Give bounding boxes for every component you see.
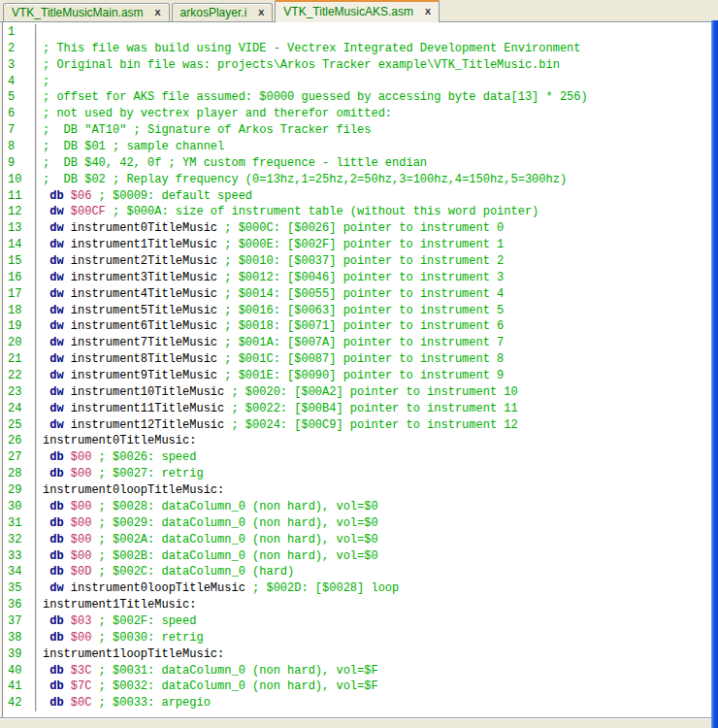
code-line[interactable]: 30 db $00 ; $0028: dataColumn_0 (non har… bbox=[3, 499, 711, 515]
code-text[interactable]: ; DB $01 ; sample channel bbox=[36, 139, 224, 155]
code-line[interactable]: 6; not used by vectrex player and theref… bbox=[3, 106, 711, 122]
code-text[interactable]: db $00 ; $0030: retrig bbox=[36, 630, 204, 646]
code-line[interactable]: 7; DB "AT10" ; Signature of Arkos Tracke… bbox=[3, 122, 711, 139]
code-text[interactable]: dw instrument0TitleMusic ; $000C: [$0026… bbox=[36, 220, 504, 237]
code-text[interactable]: dw instrument11TitleMusic ; $0022: [$00B… bbox=[36, 401, 518, 417]
code-text[interactable]: db $00 ; $0028: dataColumn_0 (non hard),… bbox=[36, 499, 378, 515]
code-line[interactable]: 34 db $0D ; $002C: dataColumn_0 (hard) bbox=[3, 564, 711, 580]
code-text[interactable]: dw instrument3TitleMusic ; $0012: [$0046… bbox=[36, 270, 504, 286]
tab-arkosplayer-i[interactable]: arkosPlayer.iX bbox=[172, 3, 274, 21]
code-line[interactable]: 2; This file was build using VIDE - Vect… bbox=[3, 41, 711, 57]
code-line[interactable]: 9; DB $40, 42, 0f ; YM custom frequence … bbox=[3, 155, 711, 172]
code-line[interactable]: 12 dw $00CF ; $000A: size of instrument … bbox=[3, 204, 711, 220]
comment-token: ; $002A: dataColumn_0 (non hard), vol=$0 bbox=[91, 533, 377, 546]
code-line[interactable]: 4; bbox=[3, 74, 711, 90]
code-line[interactable]: 13 dw instrument0TitleMusic ; $000C: [$0… bbox=[3, 220, 711, 237]
code-line[interactable]: 40 db $3C ; $0031: dataColumn_0 (non har… bbox=[3, 663, 711, 679]
code-text[interactable]: ; This file was build using VIDE - Vectr… bbox=[36, 41, 581, 57]
code-line[interactable]: 33 db $00 ; $002B: dataColumn_0 (non har… bbox=[3, 548, 711, 565]
code-text[interactable]: db $00 ; $002A: dataColumn_0 (non hard),… bbox=[36, 532, 378, 548]
code-text[interactable]: db $06 ; $0009: default speed bbox=[36, 188, 252, 205]
code-line[interactable]: 16 dw instrument3TitleMusic ; $0012: [$0… bbox=[3, 270, 711, 286]
code-line[interactable]: 25 dw instrument12TitleMusic ; $0024: [$… bbox=[3, 417, 711, 434]
code-text[interactable]: dw instrument1TitleMusic ; $000E: [$002F… bbox=[36, 237, 504, 253]
code-line[interactable]: 26instrument0TitleMusic: bbox=[3, 433, 711, 449]
code-line[interactable]: 22 dw instrument9TitleMusic ; $001E: [$0… bbox=[3, 368, 711, 384]
code-text[interactable]: db $3C ; $0031: dataColumn_0 (non hard),… bbox=[36, 663, 378, 679]
code-line[interactable]: 31 db $00 ; $0029: dataColumn_0 (non har… bbox=[3, 515, 711, 532]
code-text[interactable]: db $03 ; $002F: speed bbox=[36, 613, 196, 630]
code-line[interactable]: 14 dw instrument1TitleMusic ; $000E: [$0… bbox=[3, 237, 711, 253]
code-line[interactable]: 18 dw instrument5TitleMusic ; $0016: [$0… bbox=[3, 303, 711, 319]
code-line[interactable]: 11 db $06 ; $0009: default speed bbox=[3, 188, 711, 205]
code-text[interactable]: ; DB $02 ; Replay frequency (0=13hz,1=25… bbox=[36, 172, 567, 188]
code-line[interactable]: 39instrument1loopTitleMusic: bbox=[3, 646, 711, 663]
code-line[interactable]: 32 db $00 ; $002A: dataColumn_0 (non har… bbox=[3, 532, 711, 548]
code-text[interactable]: dw instrument2TitleMusic ; $0010: [$0037… bbox=[36, 253, 504, 270]
code-text[interactable]: dw instrument6TitleMusic ; $0018: [$0071… bbox=[36, 318, 504, 335]
tab-vtk-titlemusicaks-asm[interactable]: VTK_TitleMusicAKS.asmX bbox=[275, 0, 440, 22]
code-text[interactable]: dw instrument12TitleMusic ; $0024: [$00C… bbox=[36, 417, 518, 434]
code-line[interactable]: 42 db $0C ; $0033: arpegio bbox=[3, 695, 711, 711]
code-line[interactable]: 24 dw instrument11TitleMusic ; $0022: [$… bbox=[3, 401, 711, 417]
tab-close-icon[interactable]: X bbox=[155, 8, 161, 17]
code-line[interactable]: 38 db $00 ; $0030: retrig bbox=[3, 630, 711, 646]
comment-token: ; $0016: [$0063] pointer to instrument 5 bbox=[217, 304, 504, 317]
line-number: 4 bbox=[3, 74, 36, 90]
code-line[interactable]: 36instrument1TitleMusic: bbox=[3, 597, 711, 613]
code-line[interactable]: 20 dw instrument7TitleMusic ; $001A: [$0… bbox=[3, 335, 711, 351]
code-text[interactable]: ; DB "AT10" ; Signature of Arkos Tracker… bbox=[36, 122, 371, 139]
code-text[interactable]: instrument0loopTitleMusic: bbox=[36, 482, 224, 499]
code-text[interactable]: dw instrument4TitleMusic ; $0014: [$0055… bbox=[36, 286, 504, 303]
code-line[interactable]: 28 db $00 ; $0027: retrig bbox=[3, 466, 711, 482]
code-line[interactable]: 27 db $00 ; $0026: speed bbox=[3, 449, 711, 466]
code-text[interactable]: instrument0TitleMusic: bbox=[36, 433, 196, 449]
code-text[interactable]: dw instrument5TitleMusic ; $0016: [$0063… bbox=[36, 303, 504, 319]
code-text[interactable]: db $7C ; $0032: dataColumn_0 (non hard),… bbox=[36, 678, 378, 695]
code-text[interactable]: dw instrument0loopTitleMusic ; $002D: [$… bbox=[36, 580, 399, 597]
keyword-token: db bbox=[49, 664, 63, 678]
code-text[interactable]: dw instrument7TitleMusic ; $001A: [$007A… bbox=[36, 335, 504, 351]
tab-close-icon[interactable]: X bbox=[258, 8, 264, 17]
code-line[interactable]: 23 dw instrument10TitleMusic ; $0020: [$… bbox=[3, 384, 711, 401]
code-line[interactable]: 5; offset for AKS file assumed: $0000 gu… bbox=[3, 89, 711, 106]
keyword-token: db bbox=[49, 565, 63, 579]
code-line[interactable]: 1 bbox=[3, 24, 711, 41]
code-text[interactable]: db $00 ; $0029: dataColumn_0 (non hard),… bbox=[36, 515, 378, 532]
code-text[interactable]: ; offset for AKS file assumed: $0000 gue… bbox=[36, 89, 588, 106]
code-line[interactable]: 15 dw instrument2TitleMusic ; $0010: [$0… bbox=[3, 253, 711, 270]
code-line[interactable]: 29instrument0loopTitleMusic: bbox=[3, 482, 711, 499]
code-text[interactable]: db $0C ; $0033: arpegio bbox=[36, 695, 211, 711]
code-line[interactable]: 19 dw instrument6TitleMusic ; $0018: [$0… bbox=[3, 318, 711, 335]
code-text[interactable]: db $0D ; $002C: dataColumn_0 (hard) bbox=[36, 564, 294, 580]
code-text[interactable]: instrument1TitleMusic: bbox=[36, 597, 196, 613]
code-line[interactable]: 35 dw instrument0loopTitleMusic ; $002D:… bbox=[3, 580, 711, 597]
code-text[interactable]: ; DB $40, 42, 0f ; YM custom frequence -… bbox=[36, 155, 427, 172]
tab-vtk-titlemusicmain-asm[interactable]: VTK_TitleMusicMain.asmX bbox=[3, 3, 170, 21]
code-line[interactable]: 3; Original bin file was: projects\Arkos… bbox=[3, 57, 711, 74]
code-text[interactable]: db $00 ; $0027: retrig bbox=[36, 466, 204, 482]
line-number: 17 bbox=[3, 286, 36, 303]
comment-token: ; $002F: speed bbox=[91, 614, 196, 628]
code-line[interactable]: 8; DB $01 ; sample channel bbox=[3, 139, 711, 155]
code-line[interactable]: 37 db $03 ; $002F: speed bbox=[3, 613, 711, 630]
code-text[interactable]: dw instrument9TitleMusic ; $001E: [$0090… bbox=[36, 368, 504, 384]
code-text[interactable]: ; not used by vectrex player and therefo… bbox=[36, 106, 392, 122]
code-text[interactable] bbox=[36, 24, 43, 41]
identifier-token: instrument0TitleMusic: bbox=[43, 434, 196, 447]
code-text[interactable]: dw $00CF ; $000A: size of instrument tab… bbox=[36, 204, 538, 220]
code-text[interactable]: instrument1loopTitleMusic: bbox=[36, 646, 224, 663]
code-text[interactable]: db $00 ; $0026: speed bbox=[36, 449, 196, 466]
code-text[interactable]: dw instrument10TitleMusic ; $0020: [$00A… bbox=[36, 384, 518, 401]
code-line[interactable]: 41 db $7C ; $0032: dataColumn_0 (non har… bbox=[3, 678, 711, 695]
code-text[interactable]: dw instrument8TitleMusic ; $001C: [$0087… bbox=[36, 351, 504, 368]
code-text[interactable]: db $00 ; $002B: dataColumn_0 (non hard),… bbox=[36, 548, 378, 565]
code-line[interactable]: 10; DB $02 ; Replay frequency (0=13hz,1=… bbox=[3, 172, 711, 188]
code-text[interactable]: ; Original bin file was: projects\Arkos … bbox=[36, 57, 560, 74]
line-number: 15 bbox=[3, 253, 36, 270]
code-line[interactable]: 17 dw instrument4TitleMusic ; $0014: [$0… bbox=[3, 286, 711, 303]
tab-close-icon[interactable]: X bbox=[425, 7, 431, 17]
code-text[interactable]: ; bbox=[36, 74, 49, 90]
code-editor[interactable]: 12; This file was build using VIDE - Vec… bbox=[0, 21, 711, 718]
code-line[interactable]: 21 dw instrument8TitleMusic ; $001C: [$0… bbox=[3, 351, 711, 368]
